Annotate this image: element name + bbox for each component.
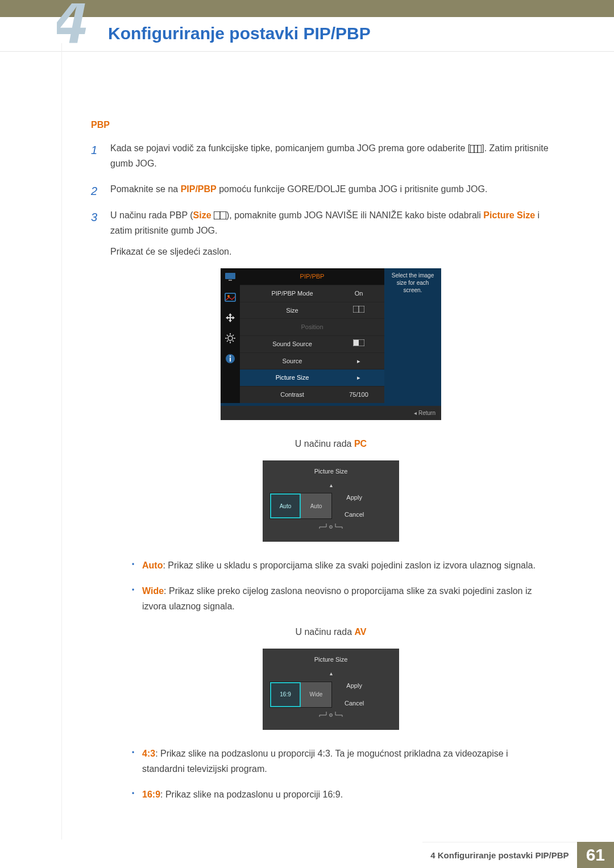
ps-pc-title: Picture Size (269, 466, 392, 477)
picture-icon (224, 291, 237, 304)
info-icon (224, 352, 237, 365)
ps-pc-right: Auto (301, 493, 331, 518)
osd-sidebar (221, 268, 240, 403)
picture-size-av-figure: Picture Size ▴ 16:9 Wide Apply Cancel (110, 649, 551, 730)
osd-row-mode: PIP/PBP ModeOn (240, 285, 384, 302)
svg-line-16 (233, 335, 234, 336)
step-2: Pomaknite se na PIP/PBP pomoću funkcije … (91, 181, 551, 197)
osd-main: PIP/PBP PIP/PBP ModeOn Size Position Sou… (240, 268, 384, 403)
content: PBP Kada se pojavi vodič za funkcijske t… (0, 52, 614, 803)
pc-bullets: Auto: Prikaz slike u skladu s proporcija… (130, 558, 551, 614)
monitor-icon (224, 271, 237, 283)
svg-line-15 (233, 340, 234, 342)
svg-rect-24 (354, 340, 359, 346)
svg-rect-19 (230, 358, 231, 362)
osd-row-contrast: Contrast75/100 (240, 386, 384, 403)
step-2-text-b: pomoću funkcije GORE/DOLJE gumba JOG i p… (217, 184, 488, 194)
osd-footer: ◂ Return (221, 406, 441, 420)
pc-mode-caption: U načinu rada PC (110, 436, 551, 451)
svg-point-28 (330, 715, 331, 716)
page-title: Konfiguriranje postavki PIP/PBP (108, 24, 614, 43)
step-2-text-a: Pomaknite se na (110, 184, 181, 194)
sound-left-icon (339, 339, 379, 350)
ps-av-screens: 16:9 Wide (269, 682, 332, 708)
ps-pc-left: Auto (270, 493, 301, 518)
ps-pc-screens: Auto Auto (269, 493, 332, 519)
stand-icon (269, 711, 392, 722)
osd-header: PIP/PBP (240, 268, 384, 285)
av-bullets: 4:3: Prikaz slike na podzaslonu u propor… (130, 746, 551, 803)
step-1-text-a: Kada se pojavi vodič za funkcijske tipke… (110, 143, 470, 153)
margin-rule (61, 43, 62, 840)
section-heading: PBP (91, 120, 551, 130)
step-3-picsize: Picture Size (483, 210, 535, 220)
svg-rect-5 (225, 273, 235, 279)
footer-chapter-label: 4 Konfiguriranje postavki PIP/PBP (422, 842, 576, 868)
pbp-size-icon (339, 305, 379, 316)
bullet-auto: Auto: Prikaz slike u skladu s proporcija… (130, 558, 551, 573)
up-arrow-icon: ▴ (269, 668, 392, 678)
av-mode-caption: U načinu rada AV (110, 624, 551, 639)
osd-row-source: Source▸ (240, 352, 384, 369)
svg-point-9 (228, 336, 233, 340)
move-arrows-icon (224, 312, 237, 324)
footer-page-number: 61 (577, 842, 614, 868)
osd-row-position: Position (240, 318, 384, 335)
chevron-right-icon: ▸ (339, 372, 379, 383)
svg-point-26 (330, 526, 331, 528)
ps-av-apply: Apply (345, 680, 364, 691)
step-3-size: Size (193, 210, 211, 220)
ps-av-title: Picture Size (269, 654, 392, 665)
svg-line-14 (227, 335, 228, 336)
ps-pc-apply: Apply (345, 492, 364, 503)
step-3-text-a: U načinu rada PBP ( (110, 210, 193, 220)
ps-pc-cancel: Cancel (345, 509, 364, 520)
svg-point-8 (227, 295, 230, 297)
ps-pc-panel: Picture Size ▴ Auto Auto Apply Cancel (263, 460, 399, 542)
step-3-text-e: Prikazat će se sljedeći zaslon. (110, 244, 551, 259)
bullet-wide: Wide: Prikaz slike preko cijelog zaslona… (130, 583, 551, 614)
stand-icon (269, 522, 392, 534)
step-3: U načinu rada PBP (Size ), pomaknite gum… (91, 207, 551, 803)
return-arrow-icon: ◂ (414, 410, 418, 416)
svg-line-17 (227, 340, 228, 342)
page: 4 Konfiguriranje postavki PIP/PBP PBP Ka… (0, 0, 614, 868)
osd-help-text: Select the image size for each screen. (384, 268, 441, 403)
bullet-4-3: 4:3: Prikaz slike na podzaslonu u propor… (130, 746, 551, 776)
up-arrow-icon: ▴ (269, 480, 392, 490)
ps-av-left: 16:9 (270, 682, 301, 707)
gear-icon (224, 332, 237, 344)
ps-av-right: Wide (301, 682, 331, 707)
osd-row-sound: Sound Source (240, 335, 384, 352)
osd-row-size: Size (240, 302, 384, 319)
osd-figure: PIP/PBP PIP/PBP ModeOn Size Position Sou… (110, 268, 551, 420)
picture-size-pc-figure: Picture Size ▴ Auto Auto Apply Cancel (110, 460, 551, 542)
svg-point-20 (230, 355, 231, 356)
chapter-number-bg: 4 (57, 3, 97, 43)
step-3-text-c: ), pomaknite gumb JOG NAVIŠE ili NANIŽE … (226, 210, 483, 220)
svg-rect-6 (229, 280, 232, 281)
ps-av-panel: Picture Size ▴ 16:9 Wide Apply Cancel (263, 649, 399, 730)
svg-rect-0 (470, 145, 482, 153)
step-2-key: PIP/PBP (181, 184, 217, 194)
menu-grid-icon (470, 145, 482, 153)
ps-av-cancel: Cancel (345, 698, 364, 709)
osd-panel: PIP/PBP PIP/PBP ModeOn Size Position Sou… (221, 268, 441, 420)
step-list: Kada se pojavi vodič za funkcijske tipke… (91, 140, 551, 803)
chevron-right-icon: ▸ (339, 356, 379, 367)
pbp-split-icon (214, 211, 226, 219)
osd-row-picture-size: Picture Size▸ (240, 369, 384, 386)
bullet-16-9: 16:9: Prikaz slike na podzaslonu u propo… (130, 787, 551, 802)
step-1: Kada se pojavi vodič za funkcijske tipke… (91, 140, 551, 171)
page-footer: 4 Konfiguriranje postavki PIP/PBP 61 (0, 842, 614, 868)
